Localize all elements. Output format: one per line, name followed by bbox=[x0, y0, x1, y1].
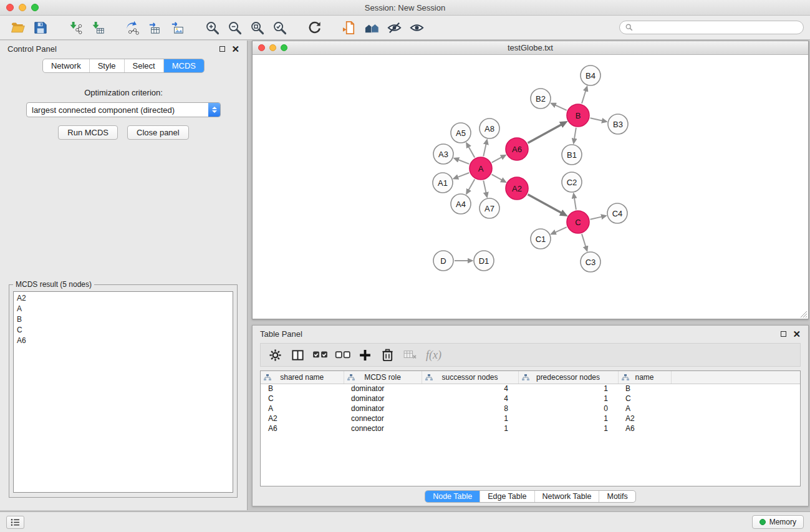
graph-edge-A2-C[interactable] bbox=[528, 195, 561, 213]
column-header-predecessor-nodes[interactable]: predecessor nodes bbox=[518, 371, 618, 384]
memory-button[interactable]: Memory bbox=[752, 515, 804, 529]
select-all-button[interactable] bbox=[311, 346, 330, 364]
search-input[interactable] bbox=[637, 23, 798, 32]
optimization-criterion-select[interactable]: largest connected component (directed) bbox=[26, 102, 221, 117]
float-table-panel-icon[interactable] bbox=[781, 331, 786, 337]
graph-node-label-B4: B4 bbox=[586, 71, 595, 80]
graph-edge-B-B3[interactable] bbox=[591, 118, 602, 120]
show-columns-button[interactable] bbox=[288, 346, 307, 364]
zoom-network-window-button[interactable] bbox=[281, 44, 287, 51]
table-settings-button[interactable] bbox=[266, 346, 285, 364]
graph-node-label-A3: A3 bbox=[438, 150, 448, 159]
resize-grip[interactable] bbox=[800, 311, 808, 318]
column-header-shared-name[interactable]: shared name bbox=[261, 371, 344, 384]
tab-edge-table[interactable]: Edge Table bbox=[480, 491, 534, 502]
graph-edge-A-A7[interactable] bbox=[483, 181, 486, 193]
graph-edge-A-A1[interactable] bbox=[458, 173, 469, 177]
graph-edge-B-B2[interactable] bbox=[556, 105, 567, 110]
table-toolbar: f(x) bbox=[260, 343, 801, 367]
result-item[interactable]: B bbox=[14, 314, 233, 325]
show-panels-button[interactable] bbox=[6, 516, 24, 529]
zoom-window-button[interactable] bbox=[31, 4, 39, 11]
delete-table-button[interactable] bbox=[400, 346, 420, 364]
apply-style-button[interactable] bbox=[338, 18, 360, 37]
graph-node-label-D: D bbox=[440, 256, 446, 266]
graph-edge-B-B1[interactable] bbox=[574, 128, 576, 139]
close-table-panel-icon[interactable]: ✕ bbox=[793, 329, 801, 339]
network-graph[interactable]: AA1A2A3A4A5A6A7A8BB1B2B3B4CC1C2C3C4DD1 bbox=[253, 55, 808, 319]
close-panel-icon[interactable]: ✕ bbox=[231, 44, 239, 54]
graph-node-label-A1: A1 bbox=[438, 178, 448, 188]
zoom-selected-button[interactable] bbox=[268, 18, 291, 37]
import-network-button[interactable] bbox=[64, 18, 86, 37]
result-item[interactable]: A2 bbox=[14, 293, 233, 304]
column-header-successor-nodes[interactable]: successor nodes bbox=[422, 371, 518, 384]
export-image-button[interactable] bbox=[166, 18, 188, 37]
trash-icon bbox=[381, 349, 394, 362]
node-table: shared name MCDS role successor nodes bbox=[260, 370, 801, 486]
table-row[interactable]: A2connector11A2 bbox=[261, 414, 800, 423]
graph-node-label-C: C bbox=[575, 218, 581, 227]
column-header-name[interactable]: name bbox=[618, 371, 671, 384]
new-table-button[interactable] bbox=[143, 18, 166, 37]
table-row[interactable]: Cdominator41C bbox=[261, 394, 800, 404]
network-canvas[interactable]: AA1A2A3A4A5A6A7A8BB1B2B3B4CC1C2C3C4DD1 bbox=[253, 55, 808, 319]
table-row[interactable]: A6connector11A6 bbox=[261, 423, 800, 433]
tab-style[interactable]: Style bbox=[89, 59, 124, 72]
graph-edge-A-A3[interactable] bbox=[458, 160, 469, 164]
zoom-in-button[interactable] bbox=[201, 18, 223, 37]
close-network-window-button[interactable] bbox=[258, 44, 265, 51]
deselect-all-button[interactable] bbox=[333, 346, 352, 364]
tab-motifs[interactable]: Motifs bbox=[599, 491, 635, 502]
result-item[interactable]: A6 bbox=[14, 336, 233, 346]
minimize-window-button[interactable] bbox=[19, 4, 26, 11]
graph-edge-A6-B[interactable] bbox=[528, 125, 561, 143]
graph-edge-A-A6[interactable] bbox=[492, 157, 502, 162]
zoom-fit-button[interactable] bbox=[246, 18, 268, 37]
attribute-icon bbox=[425, 374, 433, 381]
delete-column-button[interactable] bbox=[378, 346, 397, 364]
open-session-button[interactable] bbox=[6, 18, 29, 37]
float-panel-icon[interactable] bbox=[219, 46, 225, 52]
column-header-mcds-role[interactable]: MCDS role bbox=[344, 371, 422, 384]
show-details-button[interactable] bbox=[405, 18, 428, 37]
new-network-button[interactable] bbox=[121, 18, 143, 37]
graph-edge-C-C4[interactable] bbox=[591, 217, 602, 220]
table-row[interactable]: Bdominator41B bbox=[261, 384, 800, 394]
add-column-button[interactable] bbox=[355, 346, 375, 364]
graph-edge-A-A5[interactable] bbox=[469, 147, 475, 158]
gear-icon bbox=[269, 349, 282, 362]
table-panel-title: Table Panel bbox=[260, 329, 302, 339]
zoom-out-button[interactable] bbox=[223, 18, 246, 37]
result-item[interactable]: A bbox=[14, 304, 233, 314]
tab-select[interactable]: Select bbox=[124, 59, 163, 72]
tab-node-table[interactable]: Node Table bbox=[425, 491, 480, 502]
tab-network[interactable]: Network bbox=[43, 59, 89, 72]
graph-edge-A-A2[interactable] bbox=[492, 175, 502, 180]
graph-node-label-A4: A4 bbox=[456, 200, 466, 209]
graph-edge-A-A4[interactable] bbox=[469, 179, 475, 190]
graph-node-label-A7: A7 bbox=[485, 204, 494, 213]
minimize-network-window-button[interactable] bbox=[269, 44, 276, 51]
run-mcds-button[interactable]: Run MCDS bbox=[58, 125, 118, 140]
home-button[interactable] bbox=[360, 18, 383, 37]
graph-edge-C-C2[interactable] bbox=[574, 198, 576, 210]
import-table-button[interactable] bbox=[86, 18, 108, 37]
network-window-titlebar[interactable]: testGlobe.txt bbox=[253, 41, 808, 55]
table-row[interactable]: Adominator80A bbox=[261, 404, 800, 414]
refresh-button[interactable] bbox=[303, 18, 325, 37]
function-builder-button[interactable]: f(x) bbox=[423, 349, 445, 362]
graph-edge-B-B4[interactable] bbox=[582, 91, 586, 104]
hide-details-button[interactable] bbox=[383, 18, 405, 37]
close-window-button[interactable] bbox=[6, 4, 14, 11]
graph-edge-A-A8[interactable] bbox=[483, 144, 486, 156]
close-panel-button[interactable]: Close panel bbox=[127, 125, 189, 140]
result-item[interactable]: C bbox=[14, 325, 233, 336]
graph-node-label-B: B bbox=[576, 111, 581, 120]
tab-network-table[interactable]: Network Table bbox=[534, 491, 599, 502]
import-table-icon bbox=[90, 20, 105, 36]
graph-edge-C-C3[interactable] bbox=[582, 234, 586, 246]
save-session-button[interactable] bbox=[29, 18, 51, 37]
tab-mcds[interactable]: MCDS bbox=[163, 59, 204, 72]
graph-edge-C-C1[interactable] bbox=[556, 227, 567, 232]
